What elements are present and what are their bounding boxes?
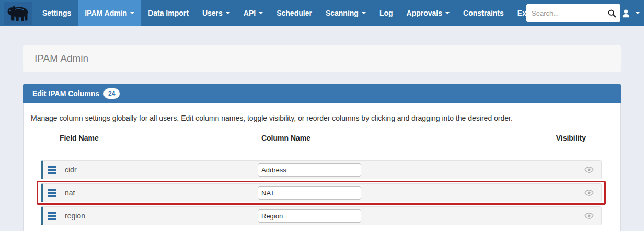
drag-handle-icon[interactable]: [48, 212, 56, 220]
caret-down-icon: [362, 12, 366, 14]
row-highlight-wrapper: region: [37, 204, 606, 228]
nav-item-ipam-admin[interactable]: IPAM Admin: [78, 0, 141, 26]
caret-down-icon: [259, 12, 263, 14]
row-highlight-wrapper: cidr: [37, 158, 606, 182]
top-navbar: Settings IPAM Admin Data Import Users AP…: [0, 0, 644, 26]
edit-ipam-columns-panel: Edit IPAM Columns 24 Manage column setti…: [23, 84, 621, 231]
nav-item-label: Log: [380, 9, 393, 17]
eye-visibility-icon[interactable]: [584, 166, 594, 174]
page-title-panel: IPAM Admin: [23, 45, 621, 72]
app-logo[interactable]: [4, 2, 32, 25]
navbar-menu: Settings IPAM Admin Data Import Users AP…: [36, 0, 562, 26]
panel-body: Manage column settings globally for all …: [23, 103, 621, 231]
field-name-label: region: [65, 212, 85, 220]
nav-item-data-import[interactable]: Data Import: [141, 0, 196, 26]
user-menu[interactable]: [622, 0, 640, 26]
visibility-header: Visibility: [556, 134, 586, 142]
nav-item-label: API: [244, 9, 256, 17]
search-icon: [607, 9, 616, 18]
panel-title: Edit IPAM Columns: [32, 89, 99, 98]
nav-item-label: Scanning: [326, 9, 359, 17]
field-name-label: nat: [65, 189, 75, 197]
page-title: IPAM Admin: [34, 53, 88, 64]
nav-item-scheduler[interactable]: Scheduler: [270, 0, 319, 26]
column-name-header: Column Name: [234, 134, 338, 142]
search-input[interactable]: [526, 4, 603, 22]
drag-handle-icon[interactable]: [48, 189, 56, 197]
nav-item-api[interactable]: API: [237, 0, 270, 26]
column-count-badge: 24: [104, 88, 120, 99]
drag-handle-icon[interactable]: [48, 166, 56, 174]
caret-down-icon: [130, 12, 134, 14]
nav-item-label: Users: [202, 9, 223, 17]
nav-item-label: Settings: [42, 9, 71, 17]
nav-item-label: Constraints: [463, 9, 504, 17]
nav-item-label: Approvals: [407, 9, 442, 17]
nav-item-approvals[interactable]: Approvals: [400, 0, 456, 26]
nav-item-scanning[interactable]: Scanning: [319, 0, 373, 26]
panel-description: Manage column settings globally for all …: [31, 114, 614, 122]
user-icon: [622, 9, 630, 18]
field-name-header: Field Name: [60, 134, 99, 142]
column-name-input-cidr[interactable]: [258, 164, 361, 177]
nav-item-settings[interactable]: Settings: [36, 0, 78, 26]
nav-item-label: Data Import: [148, 9, 189, 17]
nav-item-log[interactable]: Log: [373, 0, 400, 26]
column-name-input-region[interactable]: [258, 210, 361, 223]
table-row-nat[interactable]: nat: [41, 183, 602, 202]
nav-item-label: IPAM Admin: [85, 9, 127, 17]
eye-visibility-icon[interactable]: [584, 189, 594, 197]
eye-visibility-icon[interactable]: [584, 212, 594, 220]
nav-item-constraints[interactable]: Constraints: [456, 0, 511, 26]
table-row-region[interactable]: region: [41, 206, 602, 225]
caret-down-icon: [636, 12, 640, 14]
table-row-cidr[interactable]: cidr: [41, 160, 602, 179]
columns-table-header: Field Name Column Name Visibility: [30, 134, 614, 142]
nav-item-users[interactable]: Users: [196, 0, 237, 26]
navbar-search: [526, 4, 620, 22]
search-button[interactable]: [603, 4, 620, 22]
columns-row-list: cidr nat region: [30, 158, 614, 228]
caret-down-icon: [445, 12, 450, 14]
animal-logo-icon: [6, 3, 30, 23]
row-highlight-wrapper: nat: [37, 181, 606, 205]
nav-item-label: Scheduler: [277, 9, 312, 17]
column-name-input-nat[interactable]: [258, 187, 361, 200]
field-name-label: cidr: [65, 166, 77, 174]
caret-down-icon: [226, 12, 230, 14]
panel-header: Edit IPAM Columns 24: [23, 84, 621, 103]
